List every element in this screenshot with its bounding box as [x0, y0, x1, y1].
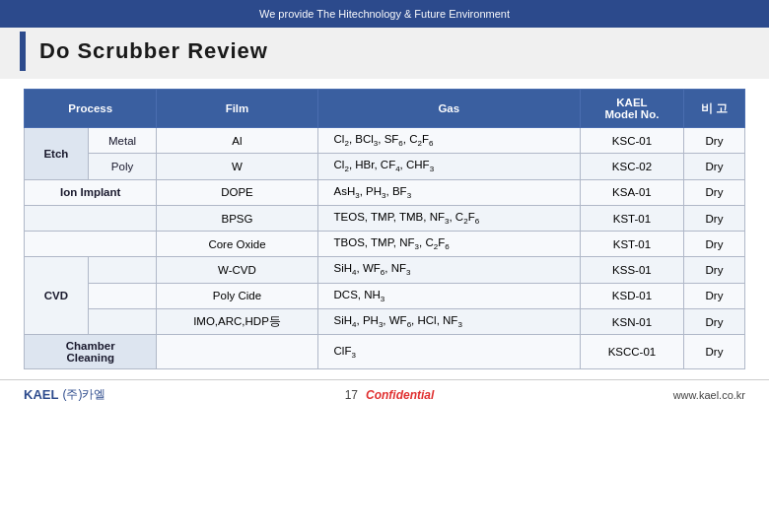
footer: KAEL (주)카엘 17 Confidential www.kael.co.k… — [0, 379, 769, 405]
model-kscc01: KSCC-01 — [580, 335, 683, 369]
page-title: Do Scrubber Review — [39, 38, 268, 64]
process-table: Process Film Gas KAELModel No. 비 고 Etch … — [24, 89, 745, 369]
model-kss01: KSS-01 — [580, 257, 683, 283]
process-chamber: ChamberCleaning — [25, 335, 157, 369]
note-dry8: Dry — [683, 309, 744, 335]
table-row: CVD W-CVD SiH4, WF6, NF3 KSS-01 Dry — [25, 257, 745, 283]
film-polycide: Poly Cide — [157, 283, 317, 308]
page-number: 17 — [345, 388, 358, 402]
note-dry3: Dry — [683, 179, 744, 205]
top-bar-text: We provide The Hitechnology & Future Env… — [259, 8, 510, 20]
gas-chamber: ClF3 — [317, 335, 580, 369]
note-dry2: Dry — [683, 154, 744, 179]
subprocess-empty4 — [88, 283, 157, 308]
gas-etch-poly: Cl2, HBr, CF4, CHF3 — [317, 154, 580, 179]
note-dry5: Dry — [683, 232, 744, 257]
note-dry4: Dry — [683, 205, 744, 231]
process-etch: Etch — [25, 128, 89, 180]
gas-etch-metal: Cl2, BCl3, SF6, C2F6 — [317, 128, 580, 154]
model-ksc02: KSC-02 — [580, 154, 683, 179]
note-dry6: Dry — [683, 257, 744, 283]
confidential-label: Confidential — [366, 388, 434, 402]
gas-ion: AsH3, PH3, BF3 — [317, 179, 580, 205]
side-accent — [20, 32, 26, 71]
film-core: Core Oxide — [157, 232, 317, 257]
logo-kael: KAEL — [24, 387, 58, 402]
note-dry9: Dry — [683, 335, 744, 369]
table-row: ChamberCleaning ClF3 KSCC-01 Dry — [25, 335, 745, 369]
gas-wcvd: SiH4, WF6, NF3 — [317, 257, 580, 283]
gas-bpsg: TEOS, TMP, TMB, NF3, C2F6 — [317, 205, 580, 231]
film-chamber — [157, 335, 317, 369]
model-ksa01: KSA-01 — [580, 179, 683, 205]
gas-polycide: DCS, NH3 — [317, 283, 580, 308]
subprocess-empty5 — [88, 309, 157, 335]
film-dope: DOPE — [157, 179, 317, 205]
model-ksd01: KSD-01 — [580, 283, 683, 308]
page-center: 17 Confidential — [345, 388, 435, 402]
logo-area: KAEL (주)카엘 — [24, 386, 105, 403]
content-area: Process Film Gas KAELModel No. 비 고 Etch … — [0, 79, 769, 375]
table-row: Core Oxide TBOS, TMP, NF3, C2F6 KST-01 D… — [25, 232, 745, 257]
col-process: Process — [25, 90, 157, 128]
film-wcvd: W-CVD — [157, 257, 317, 283]
top-bar: We provide The Hitechnology & Future Env… — [0, 0, 769, 28]
film-imo: IMO,ARC,HDP등 — [157, 309, 317, 335]
model-ksc01: KSC-01 — [580, 128, 683, 154]
col-model: KAELModel No. — [580, 90, 683, 128]
table-row: IMO,ARC,HDP등 SiH4, PH3, WF6, HCl, NF3 KS… — [25, 309, 745, 335]
title-section: Do Scrubber Review — [0, 28, 769, 79]
film-bpsg: BPSG — [157, 205, 317, 231]
note-dry7: Dry — [683, 283, 744, 308]
model-kst01b: KST-01 — [580, 232, 683, 257]
model-ksn01: KSN-01 — [580, 309, 683, 335]
website-url: www.kael.co.kr — [673, 389, 745, 401]
gas-core: TBOS, TMP, NF3, C2F6 — [317, 232, 580, 257]
process-empty1 — [25, 205, 157, 231]
subprocess-empty3 — [88, 257, 157, 283]
subprocess-metal: Metal — [88, 128, 157, 154]
process-ion: Ion Implant — [25, 179, 157, 205]
note-dry1: Dry — [683, 128, 744, 154]
col-gas: Gas — [317, 90, 580, 128]
subprocess-poly: Poly — [88, 154, 157, 179]
col-film: Film — [157, 90, 317, 128]
process-empty2 — [25, 232, 157, 257]
film-al: Al — [157, 128, 317, 154]
table-row: Poly Cide DCS, NH3 KSD-01 Dry — [25, 283, 745, 308]
table-row: BPSG TEOS, TMP, TMB, NF3, C2F6 KST-01 Dr… — [25, 205, 745, 231]
col-note: 비 고 — [683, 90, 744, 128]
table-row: Poly W Cl2, HBr, CF4, CHF3 KSC-02 Dry — [25, 154, 745, 179]
model-kst01a: KST-01 — [580, 205, 683, 231]
table-row: Etch Metal Al Cl2, BCl3, SF6, C2F6 KSC-0… — [25, 128, 745, 154]
film-w: W — [157, 154, 317, 179]
logo-company: (주)카엘 — [62, 386, 105, 403]
table-row: Ion Implant DOPE AsH3, PH3, BF3 KSA-01 D… — [25, 179, 745, 205]
gas-imo: SiH4, PH3, WF6, HCl, NF3 — [317, 309, 580, 335]
process-cvd: CVD — [25, 257, 89, 335]
